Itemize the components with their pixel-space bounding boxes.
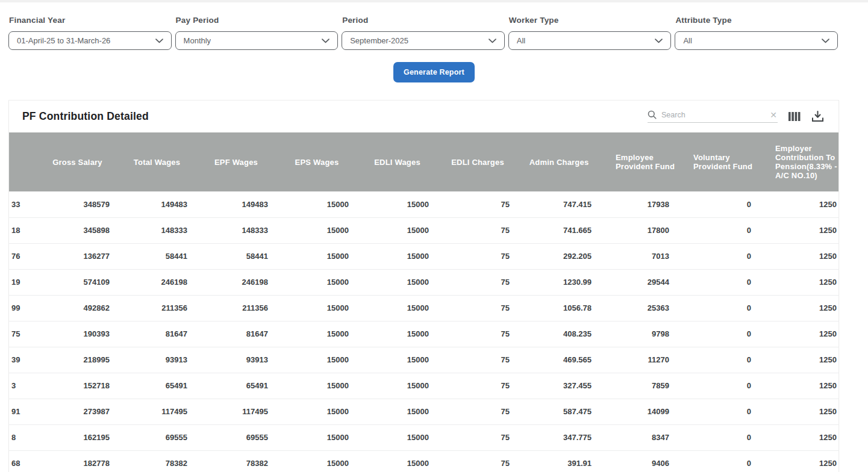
table-cell: 1250 (760, 269, 839, 295)
table-row: 392189959391393913150001500075469.565112… (9, 347, 839, 373)
table-cell: 348579 (37, 191, 118, 217)
filter-financial-year: Financial Year 01-April-25 to 31-March-2… (8, 16, 172, 50)
table-cell: 0 (678, 295, 760, 321)
table-cell: 75 (437, 424, 518, 450)
table-cell: 1250 (760, 295, 839, 321)
table-cell: 69555 (196, 424, 276, 450)
table-cell: 15000 (276, 450, 357, 472)
search-box: ✕ (648, 110, 778, 123)
row-clipped-cell: 39 (9, 347, 37, 373)
table-cell: 182778 (37, 450, 118, 472)
filter-label: Financial Year (9, 16, 172, 25)
filter-period: Period September-2025 (342, 16, 505, 50)
columns-icon[interactable] (788, 111, 801, 122)
row-clipped-cell: 76 (9, 243, 37, 269)
table-cell: 190393 (37, 321, 118, 347)
column-header[interactable]: Total Wages (118, 132, 196, 191)
chevron-down-icon (322, 39, 329, 43)
table-row: 761362775844158441150001500075292.205701… (9, 243, 839, 269)
table-cell: 148333 (196, 217, 276, 243)
table-cell: 75 (437, 269, 518, 295)
table-cell: 273987 (37, 399, 118, 424)
table-cell: 469.565 (518, 347, 600, 373)
row-clipped-cell: 19 (9, 269, 37, 295)
column-header[interactable]: EDLI Charges (437, 132, 518, 191)
column-header[interactable]: EPF Wages (196, 132, 276, 191)
table-cell: 1230.99 (518, 269, 600, 295)
table-cell: 587.475 (518, 399, 600, 424)
selected-value: All (517, 36, 525, 45)
filter-attribute-type: Attribute Type All (675, 16, 838, 50)
column-header[interactable]: Gross Salary (37, 132, 118, 191)
column-header[interactable]: Employer Contribution To Pension(8.33% -… (760, 132, 839, 191)
clear-search-icon[interactable]: ✕ (769, 111, 778, 119)
filter-label: Pay Period (176, 16, 339, 25)
table-cell: 211356 (118, 295, 196, 321)
selected-value: 01-April-25 to 31-March-26 (17, 36, 110, 45)
table-cell: 9406 (600, 450, 678, 472)
worker-type-select[interactable]: All (508, 31, 672, 50)
table-cell: 75 (437, 243, 518, 269)
table-cell: 1250 (760, 243, 839, 269)
pay-period-select[interactable]: Monthly (175, 31, 339, 50)
column-header[interactable]: Admin Charges (518, 132, 600, 191)
table-cell: 9798 (600, 321, 678, 347)
table-row: 18345898148333148333150001500075741.6651… (9, 217, 839, 243)
table-cell: 75 (437, 191, 518, 217)
row-clipped-cell: 99 (9, 295, 37, 321)
table-cell: 408.235 (518, 321, 600, 347)
table-toolbar: ✕ (648, 110, 824, 123)
chevron-down-icon (155, 39, 163, 43)
column-header[interactable]: Voluntary Provident Fund (678, 132, 760, 191)
table-cell: 0 (678, 217, 760, 243)
table-row: 33348579149483149483150001500075747.4151… (9, 191, 839, 217)
chevron-down-icon (655, 39, 663, 43)
table-cell: 17938 (600, 191, 678, 217)
table-cell: 0 (678, 373, 760, 399)
period-select[interactable]: September-2025 (342, 31, 505, 50)
table-cell: 574109 (37, 269, 118, 295)
table-cell: 136277 (37, 243, 118, 269)
table-cell: 345898 (37, 217, 118, 243)
table-cell: 15000 (276, 243, 357, 269)
table-cell: 75 (437, 295, 518, 321)
table-cell: 17800 (600, 217, 678, 243)
table-cell: 15000 (357, 295, 437, 321)
financial-year-select[interactable]: 01-April-25 to 31-March-26 (8, 31, 172, 50)
table-header: Gross SalaryTotal WagesEPF WagesEPS Wage… (9, 132, 839, 191)
table-cell: 15000 (276, 399, 357, 424)
table-cell: 747.415 (518, 191, 600, 217)
table-cell: 75 (437, 450, 518, 472)
table-cell: 149483 (196, 191, 276, 217)
column-header[interactable]: EPS Wages (276, 132, 357, 191)
table-cell: 218995 (37, 347, 118, 373)
column-header[interactable] (9, 132, 37, 191)
column-header[interactable]: EDLI Wages (357, 132, 437, 191)
table-cell: 15000 (276, 347, 357, 373)
table-cell: 81647 (118, 321, 196, 347)
table-cell: 149483 (118, 191, 196, 217)
data-table-container: Gross SalaryTotal WagesEPF WagesEPS Wage… (9, 132, 838, 472)
table-cell: 7859 (600, 373, 678, 399)
table-cell: 15000 (357, 424, 437, 450)
table-cell: 58441 (196, 243, 276, 269)
table-row: 994928622113562113561500015000751056.782… (9, 295, 839, 321)
search-input[interactable] (661, 111, 769, 119)
table-cell: 75 (437, 321, 518, 347)
table-cell: 1250 (760, 450, 839, 472)
filter-label: Period (342, 16, 505, 25)
table-cell: 15000 (276, 269, 357, 295)
table-cell: 15000 (276, 373, 357, 399)
generate-report-button[interactable]: Generate Report (393, 62, 475, 82)
row-clipped-cell: 91 (9, 399, 37, 424)
table-cell: 0 (678, 191, 760, 217)
table-cell: 0 (678, 424, 760, 450)
table-cell: 15000 (357, 373, 437, 399)
table-cell: 15000 (357, 347, 437, 373)
row-clipped-cell: 3 (9, 373, 37, 399)
download-icon[interactable] (811, 111, 824, 122)
column-header[interactable]: Employee Provident Fund (600, 132, 678, 191)
attribute-type-select[interactable]: All (675, 31, 838, 50)
table-cell: 1250 (760, 424, 839, 450)
button-row: Generate Report (0, 62, 868, 82)
